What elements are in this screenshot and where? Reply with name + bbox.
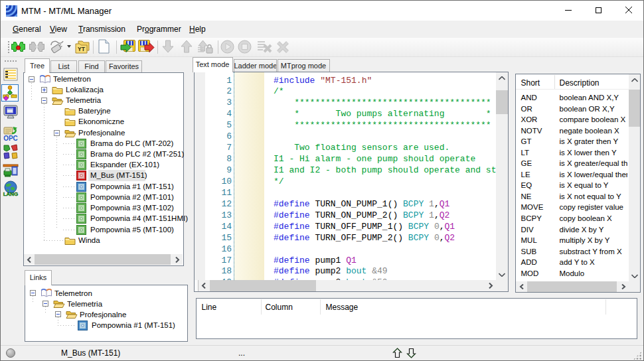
- svg-text:OPC: OPC: [3, 135, 18, 141]
- svg-text:LANG: LANG: [3, 191, 19, 197]
- svg-text:YT: YT: [78, 46, 86, 52]
